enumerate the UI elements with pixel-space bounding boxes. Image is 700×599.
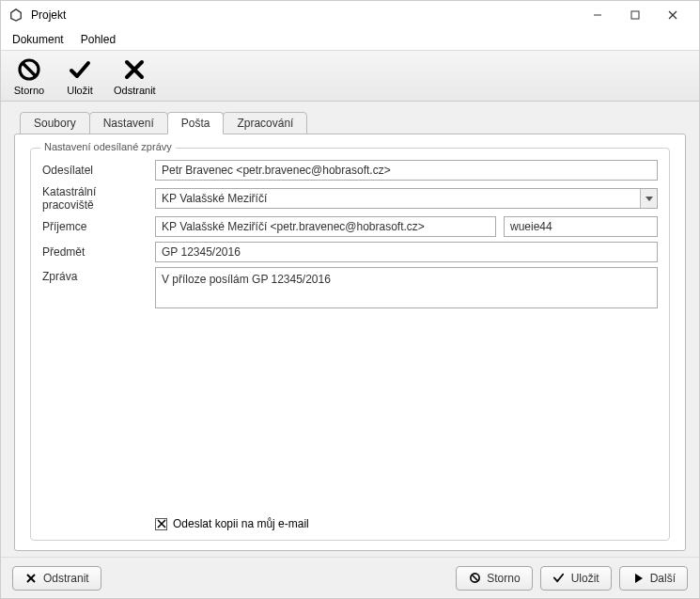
copy-checkbox-row: Odeslat kopii na můj e-mail xyxy=(155,517,309,530)
footer-next-button[interactable]: Další xyxy=(619,566,688,591)
x-icon xyxy=(121,56,148,83)
svg-marker-0 xyxy=(11,9,22,21)
toolbar: Storno Uložit Odstranit xyxy=(1,50,699,102)
window-controls xyxy=(579,1,692,29)
footer-cancel-label: Storno xyxy=(487,572,520,585)
menubar: Dokument Pohled xyxy=(1,29,699,50)
tab-mail[interactable]: Pošta xyxy=(167,112,225,134)
svg-rect-2 xyxy=(631,11,639,19)
copy-checkbox-label: Odeslat kopii na můj e-mail xyxy=(173,517,309,530)
footer-cancel-button[interactable]: Storno xyxy=(456,566,532,591)
recipient-label: Příjemce xyxy=(42,220,148,233)
tab-panel-mail: Nastavení odesílané zprávy Odesílatel Ka… xyxy=(14,134,686,551)
footer-save-button[interactable]: Uložit xyxy=(540,566,612,591)
menu-view[interactable]: Pohled xyxy=(77,31,119,48)
recipient-input[interactable] xyxy=(155,216,496,237)
svg-marker-16 xyxy=(635,574,643,583)
recipient-code-input[interactable] xyxy=(504,216,658,237)
window-title: Projekt xyxy=(31,8,66,22)
office-label: Katastrální pracoviště xyxy=(42,185,148,212)
subject-input[interactable] xyxy=(155,242,658,262)
toolbar-save-button[interactable]: Uložit xyxy=(59,55,101,98)
toolbar-cancel-label: Storno xyxy=(14,85,44,96)
chevron-down-icon[interactable] xyxy=(640,189,657,208)
play-icon xyxy=(631,572,645,585)
footer: Odstranit Storno Uložit Další xyxy=(1,557,699,598)
sender-label: Odesílatel xyxy=(42,164,148,177)
minimize-button[interactable] xyxy=(579,1,616,29)
subject-label: Předmět xyxy=(42,245,148,259)
toolbar-cancel-button[interactable]: Storno xyxy=(8,55,50,98)
groupbox-title: Nastavení odesílané zprávy xyxy=(40,141,176,152)
tab-settings[interactable]: Nastavení xyxy=(89,112,168,134)
tab-processing[interactable]: Zpracování xyxy=(223,112,307,134)
check-icon xyxy=(67,56,93,83)
menu-document[interactable]: Dokument xyxy=(8,31,68,48)
toolbar-delete-button[interactable]: Odstranit xyxy=(110,55,160,98)
cancel-icon xyxy=(468,572,481,585)
check-icon xyxy=(552,572,566,585)
maximize-button[interactable] xyxy=(616,1,654,29)
cancel-icon xyxy=(16,56,42,83)
titlebar: Projekt xyxy=(1,1,699,29)
message-textarea[interactable] xyxy=(155,267,658,308)
toolbar-delete-label: Odstranit xyxy=(114,85,156,96)
tab-strip: Soubory Nastavení Pošta Zpracování xyxy=(20,112,686,134)
svg-marker-9 xyxy=(646,197,653,201)
tab-files[interactable]: Soubory xyxy=(20,112,90,134)
footer-delete-button[interactable]: Odstranit xyxy=(12,566,101,591)
svg-line-6 xyxy=(23,63,36,76)
close-button[interactable] xyxy=(654,1,692,29)
toolbar-save-label: Uložit xyxy=(67,85,93,96)
svg-line-15 xyxy=(472,575,478,581)
office-select[interactable] xyxy=(155,188,658,209)
app-icon xyxy=(8,8,23,23)
footer-save-label: Uložit xyxy=(571,572,599,585)
footer-delete-label: Odstranit xyxy=(43,572,89,585)
main-area: Soubory Nastavení Pošta Zpracování Nasta… xyxy=(1,102,699,557)
office-select-value[interactable] xyxy=(155,188,658,209)
message-label: Zpráva xyxy=(42,267,148,283)
groupbox-message-settings: Nastavení odesílané zprávy Odesílatel Ka… xyxy=(30,148,670,541)
footer-next-label: Další xyxy=(650,572,676,585)
copy-checkbox[interactable] xyxy=(155,518,167,530)
sender-input[interactable] xyxy=(155,160,658,181)
x-icon xyxy=(24,572,38,585)
